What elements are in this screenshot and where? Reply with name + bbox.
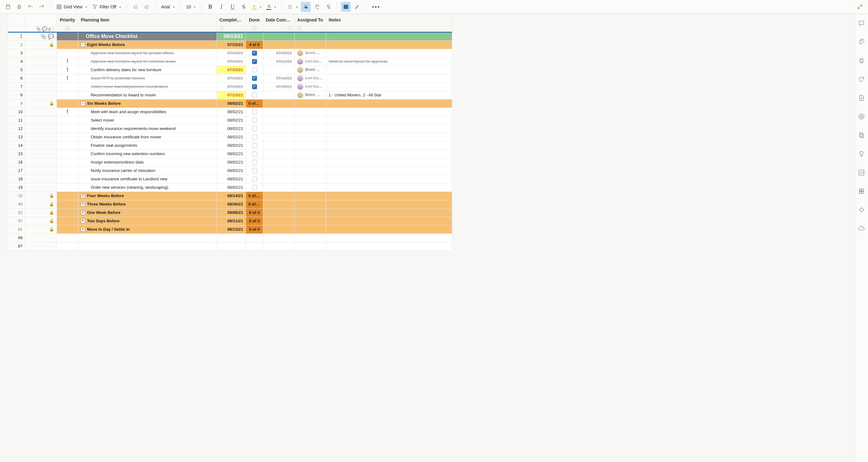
planning-item-cell[interactable]: Recommendation to Award to mover xyxy=(78,91,217,99)
lock-icon[interactable]: 🔒 xyxy=(49,210,54,215)
notes-cell[interactable] xyxy=(326,208,452,217)
priority-cell[interactable] xyxy=(57,150,78,158)
sheet-grid[interactable]: Priority Planning Item Complete By Done … xyxy=(8,14,452,251)
done-cell[interactable] xyxy=(246,150,263,158)
row-number-cell[interactable]: 3 xyxy=(8,49,26,57)
planning-item-cell[interactable]: Approve new furniture layout for private… xyxy=(78,49,217,57)
planning-item-cell[interactable]: Select move team/department coordinators xyxy=(78,82,217,91)
complete-by-cell[interactable]: 08/02/21 xyxy=(217,133,246,141)
table-row[interactable]: 15Confirm incoming new extention numbers… xyxy=(8,150,452,158)
done-checkbox[interactable] xyxy=(252,134,257,140)
assigned-to-cell[interactable] xyxy=(294,124,326,133)
row-number-cell[interactable]: 13 xyxy=(8,133,26,141)
assigned-to-cell[interactable] xyxy=(294,107,326,116)
done-cell[interactable]: 0 of 11 xyxy=(246,200,263,208)
row-number-cell[interactable]: 15 xyxy=(8,150,26,158)
date-completed-cell[interactable] xyxy=(263,99,294,107)
notes-cell[interactable] xyxy=(326,40,452,49)
col-header-notes[interactable]: Notes xyxy=(326,14,452,26)
priority-cell[interactable] xyxy=(57,141,78,150)
row-number-cell[interactable]: 61 xyxy=(8,225,26,234)
priority-cell[interactable] xyxy=(57,124,78,133)
attachment-icon[interactable]: 📎 xyxy=(40,34,46,39)
planning-item-cell[interactable]: Obtain insurance certificate from mover xyxy=(78,133,217,141)
notes-cell[interactable]: Need to send layout for approval. xyxy=(326,57,452,66)
conditional-format-button[interactable] xyxy=(341,2,351,12)
priority-cell[interactable] xyxy=(57,242,78,250)
date-completed-cell[interactable] xyxy=(263,217,294,225)
notes-cell[interactable] xyxy=(326,66,452,74)
priority-cell[interactable] xyxy=(57,158,78,166)
priority-cell[interactable] xyxy=(57,40,78,49)
expand-toggle[interactable]: + xyxy=(81,227,85,232)
italic-button[interactable]: I xyxy=(216,2,226,12)
complete-by-cell[interactable]: 08/02/21 xyxy=(217,141,246,150)
priority-cell[interactable] xyxy=(57,99,78,107)
priority-cell[interactable] xyxy=(57,133,78,141)
done-cell[interactable] xyxy=(246,116,263,124)
date-completed-cell[interactable] xyxy=(263,133,294,141)
complete-by-cell[interactable]: 08/02/21 xyxy=(217,124,246,133)
assigned-to-cell[interactable] xyxy=(294,191,326,200)
planning-item-cell[interactable]: Select mover xyxy=(78,116,217,124)
priority-cell[interactable] xyxy=(57,200,78,208)
date-completed-cell[interactable] xyxy=(263,166,294,175)
assigned-to-cell[interactable] xyxy=(294,242,326,250)
planning-item-cell[interactable]: Issue RFP to potential movers xyxy=(78,74,217,82)
attachments-panel-button[interactable] xyxy=(856,36,867,48)
col-header-planning[interactable]: Planning Item xyxy=(78,14,217,26)
planning-item-cell[interactable]: Office Move Checklist xyxy=(78,32,217,40)
table-row[interactable]: 61🔒+Move In Day / Settle In09/13/210 of … xyxy=(8,225,452,234)
done-checkbox[interactable] xyxy=(252,84,257,89)
date-completed-cell[interactable] xyxy=(263,191,294,200)
assigned-to-cell[interactable] xyxy=(294,200,326,208)
done-cell[interactable]: 0 of 4 xyxy=(246,208,263,217)
row-number-cell[interactable]: 17 xyxy=(8,166,26,175)
done-cell[interactable] xyxy=(246,158,263,166)
done-cell[interactable]: 4 of 6 xyxy=(246,40,263,49)
table-row[interactable]: 6!Issue RFP to potential movers07/15/210… xyxy=(8,74,452,82)
complete-by-cell[interactable]: 08/14/21 xyxy=(217,191,246,200)
done-cell[interactable] xyxy=(246,242,263,250)
notes-cell[interactable] xyxy=(326,234,452,242)
done-cell[interactable] xyxy=(246,32,263,40)
done-cell[interactable]: 0 of 4 xyxy=(246,225,263,234)
date-completed-cell[interactable] xyxy=(263,32,294,40)
notes-cell[interactable] xyxy=(326,183,452,191)
date-completed-cell[interactable] xyxy=(263,40,294,49)
done-cell[interactable]: 0 of 12 xyxy=(246,191,263,200)
complete-by-cell[interactable]: 07/15/21 xyxy=(217,40,246,49)
planning-item-cell[interactable]: +Three Weeks Before xyxy=(78,200,217,208)
import-panel-button[interactable] xyxy=(856,92,867,103)
expand-toggle[interactable]: − xyxy=(81,101,85,106)
done-cell[interactable] xyxy=(246,49,263,57)
planning-item-cell[interactable]: Notify insurance carrier of relocation xyxy=(78,166,217,175)
planning-item-cell[interactable]: Identify insurance requirements-move wee… xyxy=(78,124,217,133)
notes-cell[interactable] xyxy=(326,124,452,133)
notes-cell[interactable] xyxy=(326,200,452,208)
date-completed-cell[interactable]: 07/15/21 xyxy=(263,82,294,91)
done-cell[interactable] xyxy=(246,183,263,191)
row-number-cell[interactable]: 7 xyxy=(8,82,26,91)
row-number-cell[interactable]: 18 xyxy=(8,175,26,183)
filter-picker[interactable]: Filter Off xyxy=(90,2,122,12)
assigned-to-cell[interactable] xyxy=(294,133,326,141)
refresh-panel-button[interactable] xyxy=(856,74,867,85)
complete-by-cell[interactable]: 08/30/21 xyxy=(217,200,246,208)
row-number-cell[interactable]: 11 xyxy=(8,116,26,124)
complete-by-cell[interactable]: 08/02/21 xyxy=(217,107,246,116)
notes-cell[interactable] xyxy=(326,116,452,124)
notes-cell[interactable] xyxy=(326,225,452,234)
complete-by-cell[interactable]: 07/15/21 xyxy=(217,66,246,74)
table-row[interactable]: 67 xyxy=(8,242,452,250)
cloud-panel-button[interactable] xyxy=(856,223,867,234)
redo-button[interactable] xyxy=(37,2,46,12)
assigned-to-cell[interactable] xyxy=(294,234,326,242)
notes-cell[interactable] xyxy=(326,32,452,40)
strikethrough-button[interactable]: S xyxy=(239,2,249,12)
assigned-to-cell[interactable] xyxy=(294,183,326,191)
table-row[interactable]: 57🔒+Two Days Before09/11/210 of 3 xyxy=(8,217,452,225)
row-number-cell[interactable]: 20 xyxy=(8,191,26,200)
print-button[interactable] xyxy=(14,2,24,12)
outdent-button[interactable] xyxy=(130,2,141,12)
